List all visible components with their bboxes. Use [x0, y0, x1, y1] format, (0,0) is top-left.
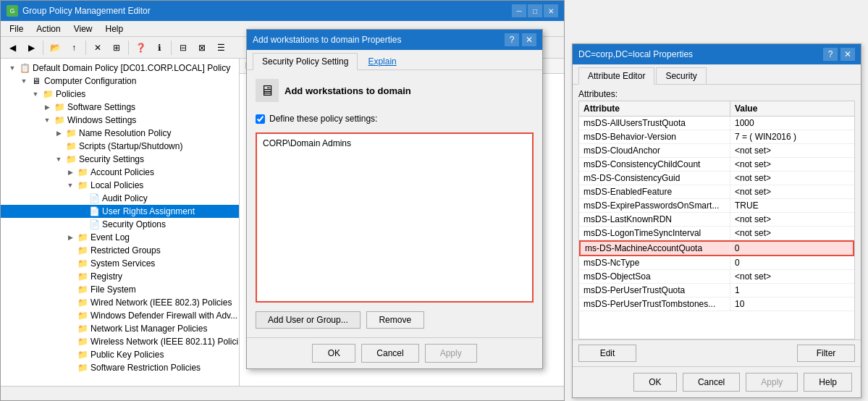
detail-button[interactable]: ⊠: [193, 40, 211, 56]
expand-computer[interactable]: ▼: [18, 75, 30, 87]
maximize-button[interactable]: □: [528, 4, 542, 17]
attr-cell-name: msDS-Behavior-Version: [579, 130, 730, 143]
tree-item-software-restrict[interactable]: 📁 Software Restriction Policies: [1, 361, 239, 374]
props-ok-button[interactable]: OK: [633, 373, 677, 392]
expand-windows[interactable]: ▼: [41, 114, 53, 126]
expand-root[interactable]: ▼: [7, 62, 18, 74]
tree-item-security-settings[interactable]: ▼ 📁 Security Settings: [1, 153, 239, 166]
dialog-title-bar: Add workstations to domain Properties ? …: [247, 30, 542, 50]
up-button[interactable]: ↑: [65, 40, 83, 56]
tree-item-defender[interactable]: 📁 Windows Defender Firewall with Adv...: [1, 309, 239, 322]
tree-item-registry[interactable]: 📁 Registry: [1, 270, 239, 283]
tree-item-user-rights[interactable]: 📄 User Rights Assignment: [1, 205, 239, 218]
menu-help[interactable]: Help: [100, 22, 130, 35]
dialog-apply-button[interactable]: Apply: [425, 344, 477, 363]
tree-item-policies[interactable]: ▼ 📁 Policies: [1, 88, 239, 101]
tree-item-event-log[interactable]: ▶ 📁 Event Log: [1, 231, 239, 244]
attr-cell-name: msDS-LastKnownRDN: [579, 213, 730, 226]
props-apply-button[interactable]: Apply: [746, 373, 798, 392]
info-button[interactable]: ℹ: [151, 40, 168, 56]
close-button[interactable]: ✕: [544, 4, 558, 17]
tree-item-audit[interactable]: 📄 Audit Policy: [1, 192, 239, 205]
props-help-button[interactable]: ?: [823, 48, 838, 61]
menu-view[interactable]: View: [68, 22, 98, 35]
expand-name-res[interactable]: ▶: [53, 127, 64, 139]
tree-item-wired[interactable]: 📁 Wired Network (IEEE 802.3) Policies: [1, 296, 239, 309]
help-button[interactable]: ❓: [132, 40, 149, 56]
attr-cell-value: 1000: [730, 117, 854, 130]
tree-item-pubkey[interactable]: 📁 Public Key Policies: [1, 348, 239, 361]
list-item-domain-admins[interactable]: CORP\Domain Admins: [260, 137, 529, 150]
menu-action[interactable]: Action: [30, 22, 66, 35]
attr-row[interactable]: mS-DS-ConsistencyGuid<not set>: [579, 172, 854, 185]
edit-button[interactable]: Edit: [578, 345, 636, 362]
policy-list-box: CORP\Domain Admins: [256, 132, 534, 303]
tab-explain[interactable]: Explain: [359, 53, 405, 69]
props-close-button[interactable]: ✕: [840, 48, 855, 61]
list-button[interactable]: ☰: [212, 40, 229, 56]
dialog-ok-button[interactable]: OK: [312, 344, 355, 363]
attr-row[interactable]: msDS-LogonTimeSyncInterval<not set>: [579, 227, 854, 240]
menu-file[interactable]: File: [4, 22, 29, 35]
props-cancel-button[interactable]: Cancel: [683, 373, 740, 392]
properties-button[interactable]: ⊞: [108, 40, 125, 56]
forward-button[interactable]: ▶: [22, 40, 40, 56]
tab-attribute-editor[interactable]: Attribute Editor: [578, 67, 654, 85]
expand-wireless: [64, 336, 76, 347]
expand-software[interactable]: ▶: [41, 101, 53, 113]
attr-row[interactable]: msDS-CloudAnchor<not set>: [579, 144, 854, 158]
attr-row[interactable]: msDS-ObjectSoa<not set>: [579, 270, 854, 284]
attr-row[interactable]: msDS-Behavior-Version7 = ( WIN2016 ): [579, 130, 854, 144]
tree-item-computer-config[interactable]: ▼ 🖥 Computer Configuration: [1, 75, 239, 88]
add-user-group-button[interactable]: Add User or Group...: [256, 311, 361, 329]
tree-item-scripts[interactable]: 📁 Scripts (Startup/Shutdown): [1, 140, 239, 153]
attr-row[interactable]: msDS-LastKnownRDN<not set>: [579, 213, 854, 227]
expand-account[interactable]: ▶: [64, 166, 76, 178]
expand-policies[interactable]: ▼: [30, 88, 41, 100]
expand-security[interactable]: ▼: [53, 153, 64, 165]
attr-row[interactable]: ms-DS-MachineAccountQuota0: [579, 240, 854, 256]
tree-item-security-options[interactable]: 📄 Security Options: [1, 218, 239, 231]
tree-item-root[interactable]: ▼ 📋 Default Domain Policy [DC01.CORP.LOC…: [1, 62, 239, 75]
properties-window: DC=corp,DC=local Properties ? ✕ Attribut…: [572, 43, 861, 398]
expand-local[interactable]: ▼: [64, 180, 76, 191]
attr-row[interactable]: msDS-EnabledFeature<not set>: [579, 185, 854, 199]
tree-item-system-services[interactable]: 📁 System Services: [1, 257, 239, 270]
dialog-close-button[interactable]: ✕: [522, 33, 536, 46]
filter-button[interactable]: Filter: [797, 345, 855, 362]
view-button[interactable]: ⊟: [174, 40, 192, 56]
back-button[interactable]: ◀: [4, 40, 21, 56]
props-body: Attributes: Attribute Value msDS-AllUser…: [573, 85, 861, 366]
attr-row[interactable]: msDS-ExpirePasswordsOnSmart...TRUE: [579, 199, 854, 213]
minimize-button[interactable]: ─: [512, 4, 526, 17]
dialog-cancel-button[interactable]: Cancel: [361, 344, 418, 363]
tab-security-policy[interactable]: Security Policy Setting: [253, 53, 358, 70]
tab-security[interactable]: Security: [656, 67, 706, 84]
delete-button[interactable]: ✕: [89, 40, 106, 56]
dialog-help-button[interactable]: ?: [505, 33, 519, 46]
define-policy-checkbox[interactable]: [256, 114, 265, 124]
dialog-title-text: Add workstations to domain Properties: [253, 35, 505, 45]
tree-item-netlist[interactable]: 📁 Network List Manager Policies: [1, 322, 239, 335]
label-software: Software Settings: [66, 102, 135, 112]
tree-item-restricted[interactable]: 📁 Restricted Groups: [1, 244, 239, 257]
tree-item-account-policies[interactable]: ▶ 📁 Account Policies: [1, 166, 239, 179]
gpo-app-icon: G: [7, 5, 18, 17]
tree-item-windows-settings[interactable]: ▼ 📁 Windows Settings: [1, 114, 239, 127]
attr-row[interactable]: msDS-PerUserTrustTombstones...10: [579, 297, 854, 311]
props-help-btn-footer[interactable]: Help: [804, 373, 852, 392]
attr-row[interactable]: msDS-ConsistencyChildCount<not set>: [579, 158, 854, 172]
attr-row[interactable]: msDS-PerUserTrustQuota1: [579, 284, 854, 297]
tree-item-local-policies[interactable]: ▼ 📁 Local Policies: [1, 179, 239, 192]
attr-cell-value: 7 = ( WIN2016 ): [730, 130, 854, 143]
remove-button[interactable]: Remove: [366, 311, 424, 329]
tree-item-software[interactable]: ▶ 📁 Software Settings: [1, 101, 239, 114]
tree-item-file-system[interactable]: 📁 File System: [1, 283, 239, 296]
tree-item-name-res[interactable]: ▶ 📁 Name Resolution Policy: [1, 127, 239, 140]
expand-event[interactable]: ▶: [64, 232, 76, 243]
tree-item-wireless[interactable]: 📁 Wireless Network (IEEE 802.11) Polici.…: [1, 335, 239, 348]
browse-button[interactable]: 📂: [46, 40, 64, 56]
attr-row[interactable]: msDS-AllUsersTrustQuota1000: [579, 117, 854, 130]
attr-cell-name: msDS-CloudAnchor: [579, 144, 730, 157]
attr-row[interactable]: msDS-NcType0: [579, 256, 854, 270]
